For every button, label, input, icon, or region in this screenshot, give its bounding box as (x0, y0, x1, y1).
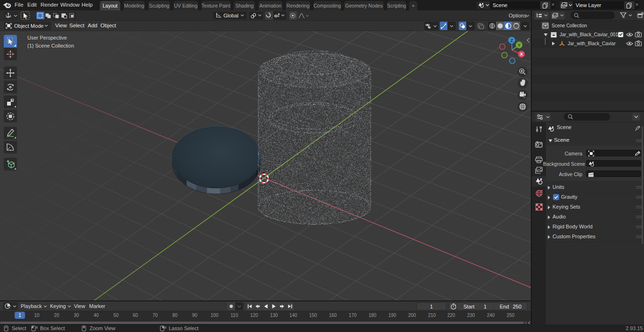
svg-text:X: X (520, 52, 523, 57)
svg-text:(1) Scene Collection: (1) Scene Collection (27, 43, 74, 49)
svg-text:Z: Z (511, 38, 513, 43)
svg-text:User Perspective: User Perspective (27, 35, 67, 40)
svg-text:Y: Y (518, 43, 520, 48)
